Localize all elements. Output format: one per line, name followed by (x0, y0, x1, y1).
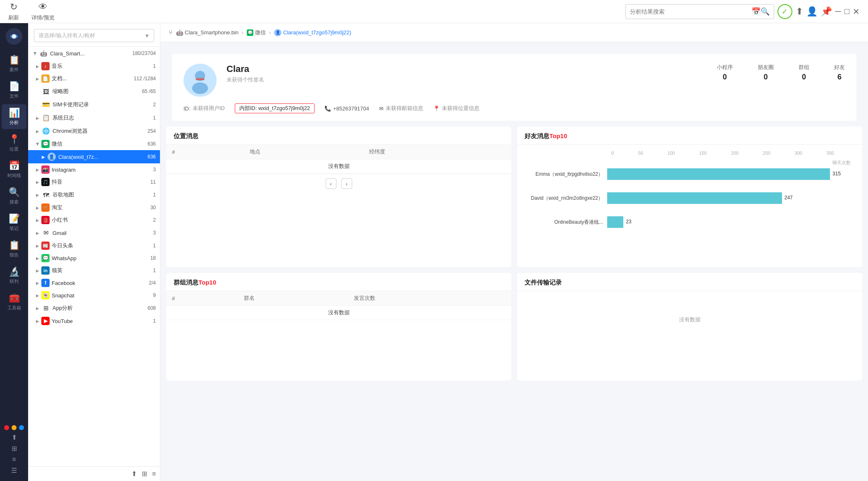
whatsapp-icon: 💬 (41, 254, 50, 262)
tree-item-thumb[interactable]: ▶ 🖼 缩略图 65 /65 (28, 85, 160, 98)
search-input[interactable] (630, 8, 751, 15)
sidebar-item-analysis[interactable]: 📊 分析 (2, 104, 26, 129)
tree-item-linkedin[interactable]: ▶ in 领英 1 (28, 264, 160, 277)
bottom-list-icon[interactable]: ≡ (152, 470, 156, 478)
bc-wechat-icon: 💬 (247, 29, 253, 36)
tree-item-xiaohong[interactable]: ▶ 📕 小红书 2 (28, 214, 160, 226)
sidebar-item-timeline[interactable]: 📅 时间线 (2, 157, 26, 182)
tree-item-wechat[interactable]: ▶ 💬 微信 636 (28, 138, 160, 150)
profile-top: Clara 未获得个性签名 小程序 0 朋友圈 0 (184, 64, 845, 97)
two-col-layout: 位置消息 # 地点 经纬度 (160, 121, 868, 481)
search-box: 📅 🔍 (625, 4, 774, 19)
close-button[interactable]: ✕ (853, 7, 860, 17)
col-header-coords: 经纬度 (363, 145, 511, 159)
tree-item-instagram[interactable]: ▶ 📸 Instagram 3 (28, 163, 160, 176)
minimize-button[interactable]: ─ (835, 7, 841, 16)
grid-icon[interactable]: ⊞ (12, 445, 17, 452)
file-panel-header: 请选择/输入持有人/检材 ▼ (28, 23, 160, 47)
friends-section-title: 好友消息Top10 (517, 127, 862, 145)
sidebar-item-search[interactable]: 🔍 搜索 (2, 184, 26, 208)
sidebar-item-research[interactable]: 🔬 研判 (2, 263, 26, 288)
chart-row-david: David（wxid_rni3m2o8ngxe22） 247 (525, 192, 855, 204)
bc-avatar-icon: 👤 (274, 29, 281, 36)
file-transfer-no-data: 没有数据 (517, 291, 862, 348)
profile-avatar (184, 64, 217, 97)
tree-item-gmail[interactable]: ▶ ✉ Gmail 3 (28, 226, 160, 239)
docs-icon: 📄 (41, 74, 50, 83)
next-page-button[interactable]: › (341, 178, 352, 189)
sidebar-item-files[interactable]: 📄 文件 (2, 78, 26, 103)
tree-item-toutiao[interactable]: ▶ 📰 今日头条 1 (28, 239, 160, 252)
timeline-icon: 📅 (9, 160, 20, 171)
sidebar-item-notes[interactable]: 📝 笔记 (2, 210, 26, 235)
group-col-hash: # (166, 291, 238, 306)
stat-mini-program: 小程序 0 (717, 64, 733, 81)
sidebar-item-location[interactable]: 📍 位置 (2, 131, 26, 156)
chrome-icon: 🌐 (41, 127, 50, 136)
wechat-icon: 💬 (41, 140, 50, 148)
sidebar-item-cases[interactable]: 📋 案件 (2, 51, 26, 76)
notes-icon: 📝 (9, 213, 20, 224)
menu-icon[interactable]: ☰ (11, 467, 17, 474)
chart-row-emma: Emma（wxid_ltrpgdhvilso22） 315 (525, 168, 855, 180)
tree-arrow-music: ▶ (34, 64, 41, 69)
titlebar: ↻ 刷新 👁 详情/预览 📅 🔍 ✓ ⬆ 👤 📌 ─ □ ✕ (0, 0, 868, 23)
location-no-data: 没有数据 (166, 159, 511, 174)
sidebar-item-reports[interactable]: 📋 报告 (2, 237, 26, 261)
tree-item-chrome[interactable]: ▶ 🌐 Chrome浏览器 254 (28, 124, 160, 138)
tree-arrow-linkedin: ▶ (34, 268, 41, 273)
tree-arrow-maps: ▶ (34, 193, 41, 197)
profile-section: Clara 未获得个性签名 小程序 0 朋友圈 0 (160, 42, 868, 121)
calendar-icon[interactable]: 📅 (751, 7, 761, 16)
tree-item-docs[interactable]: ▶ 📄 文档... 112 /1284 (28, 72, 160, 85)
tree-item-douyin[interactable]: ▶ 🎵 抖音 11 (28, 176, 160, 188)
export-icon[interactable]: ⬆ (796, 6, 803, 17)
preview-button[interactable]: 👁 详情/预览 (31, 2, 55, 22)
prev-page-button[interactable]: ‹ (326, 178, 336, 189)
breadcrumb-item-wechat[interactable]: 💬 微信 (247, 29, 266, 36)
dots-row (4, 425, 24, 430)
tree-item-sim[interactable]: ▶ 💳 SIM卡使用记录 2 (28, 98, 160, 111)
tree-item-maps[interactable]: ▶ 🗺 谷歌地图 1 (28, 188, 160, 201)
sidebar-item-tools[interactable]: 🧰 工具箱 (2, 290, 26, 314)
pin-icon[interactable]: 📌 (821, 6, 832, 17)
tree-item-music[interactable]: ▶ ♪ 音乐 1 (28, 60, 160, 72)
tree-item-taobao[interactable]: ▶ 🛒 淘宝 30 (28, 201, 160, 214)
holder-select[interactable]: 请选择/输入持有人/检材 ▼ (34, 29, 154, 42)
snapchat-icon: 👻 (41, 291, 50, 299)
chevron-down-icon: ▼ (144, 33, 150, 39)
tree-item-youtube[interactable]: ▶ ▶ YouTube 1 (28, 315, 160, 327)
stat-moments: 朋友圈 0 (758, 64, 774, 81)
douyin-icon: 🎵 (41, 178, 50, 186)
titlebar-left: ↻ 刷新 👁 详情/预览 (8, 2, 55, 22)
tree-item-whatsapp[interactable]: ▶ 💬 WhatsApp 18 (28, 252, 160, 264)
chart-label-beauty: OnlineBeauty香港线... (525, 219, 607, 226)
id-item-phone: 📞 +85263791704 (324, 105, 369, 112)
tree-item-snapchat[interactable]: ▶ 👻 Snapchat 9 (28, 289, 160, 302)
breadcrumb-item-clara[interactable]: 👤 Clara(wxid_t7zgo57j9m0j22) (274, 29, 351, 36)
maximize-button[interactable]: □ (844, 7, 849, 16)
thumb-icon: 🖼 (41, 87, 50, 96)
bottom-grid-icon[interactable]: ⊞ (142, 470, 147, 478)
expand-icon[interactable]: ⬆ (12, 433, 17, 441)
profile-info: Clara 未获得个性签名 (227, 64, 707, 84)
friends-chart: 0 50 100 150 200 250 300 350 聊天次数 (517, 145, 862, 267)
profile-ids: ID: 未获得用户ID 内部ID: wxid_t7zgo57j9m0j22 📞 … (184, 103, 845, 113)
list-icon[interactable]: ≡ (12, 456, 16, 463)
tree-item-root[interactable]: ▶ 🤖 Clara_Smart... 180/23704 (28, 47, 160, 60)
bottom-add-icon[interactable]: ⬆ (131, 470, 137, 478)
tree-item-syslog[interactable]: ▶ 📋 系统日志 1 (28, 111, 160, 124)
chart-axis-row: 0 50 100 150 200 250 300 350 (525, 151, 855, 156)
tree-item-facebook[interactable]: ▶ f Facebook 2/4 (28, 277, 160, 289)
tree-item-clara-wx[interactable]: ▶ 👤 Clara(wxid_t7z... 636 (28, 150, 160, 163)
tree-item-appanalysis[interactable]: ▶ ⊞ App分析 608 (28, 302, 160, 315)
user-icon[interactable]: 👤 (806, 6, 818, 17)
tree-arrow-syslog: ▶ (34, 116, 41, 120)
search-icon[interactable]: 🔍 (761, 7, 770, 16)
status-check-icon: ✓ (777, 4, 792, 19)
breadcrumb-bar: ⑂ 🤖 Clara_Smartphone.bin › 💬 微信 › 👤 Clar… (160, 23, 868, 42)
refresh-button[interactable]: ↻ 刷新 (8, 2, 19, 22)
breadcrumb-item-bin[interactable]: 🤖 Clara_Smartphone.bin (176, 29, 238, 36)
breadcrumb-fork-icon: ⑂ (169, 29, 173, 36)
research-icon: 🔬 (9, 266, 20, 277)
